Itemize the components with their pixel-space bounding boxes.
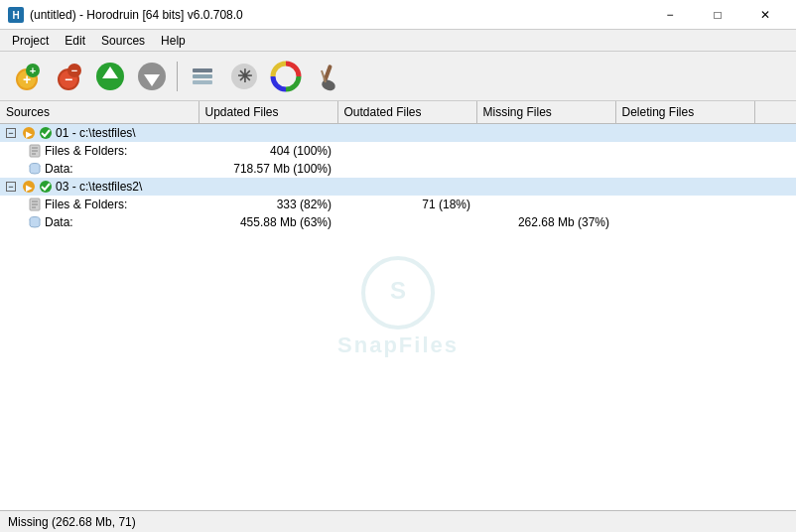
cell-deleting bbox=[615, 196, 754, 213]
cell-missing bbox=[476, 196, 615, 213]
group-name: 03 - c:\testfiles2\ bbox=[56, 180, 142, 194]
row-source-label: Files & Folders: bbox=[45, 144, 127, 158]
menu-sources[interactable]: Sources bbox=[93, 32, 153, 50]
close-button[interactable]: ✕ bbox=[742, 0, 788, 30]
group-icon: ▶ bbox=[22, 180, 36, 194]
app-icon: H bbox=[8, 7, 24, 23]
cell-updated: 718.57 Mb (100%) bbox=[199, 160, 337, 178]
menu-help[interactable]: Help bbox=[153, 32, 194, 50]
svg-point-29 bbox=[40, 127, 52, 139]
svg-text:▶: ▶ bbox=[26, 130, 33, 139]
cell-extra bbox=[754, 142, 796, 160]
table-group-row[interactable]: − ▶ 01 - c:\testfiles\ bbox=[0, 124, 796, 143]
cell-deleting bbox=[615, 213, 754, 231]
svg-rect-18 bbox=[193, 80, 212, 84]
status-icon bbox=[39, 126, 53, 140]
layers-button[interactable] bbox=[184, 58, 221, 95]
cell-missing: 262.68 Mb (37%) bbox=[476, 213, 615, 231]
title-bar: H (untitled) - Horodruin [64 bits] v6.0.… bbox=[0, 0, 796, 30]
col-updated: Updated Files bbox=[199, 101, 337, 124]
table-row: Files & Folders: 333 (82%) 71 (18%) bbox=[0, 196, 796, 213]
status-bar: Missing (262.68 Mb, 71) bbox=[0, 510, 796, 532]
cell-outdated bbox=[337, 213, 476, 231]
data-icon bbox=[28, 162, 42, 176]
svg-text:H: H bbox=[12, 10, 19, 21]
expand-icon[interactable]: − bbox=[6, 128, 16, 138]
cell-updated: 404 (100%) bbox=[199, 142, 337, 160]
table-row: Data: 718.57 Mb (100%) bbox=[0, 160, 796, 178]
group-name: 01 - c:\testfiles\ bbox=[56, 126, 136, 140]
col-deleting: Deleting Files bbox=[615, 101, 754, 124]
cell-outdated bbox=[337, 160, 476, 178]
cell-deleting bbox=[615, 142, 754, 160]
svg-text:✳: ✳ bbox=[237, 66, 252, 86]
svg-text:−: − bbox=[71, 65, 77, 76]
clean-button[interactable] bbox=[309, 58, 346, 95]
status-icon bbox=[39, 180, 53, 194]
table-group-row[interactable]: − ▶ 03 - c:\testfiles2\ bbox=[0, 178, 796, 196]
cell-extra bbox=[754, 213, 796, 231]
cell-extra bbox=[754, 160, 796, 178]
row-source-label: Data: bbox=[45, 162, 73, 176]
refresh-button[interactable] bbox=[267, 58, 305, 95]
toolbar: + + − − bbox=[0, 52, 796, 101]
cell-source: Data: bbox=[0, 160, 199, 178]
title-left: H (untitled) - Horodruin [64 bits] v6.0.… bbox=[8, 7, 243, 23]
svg-point-37 bbox=[40, 181, 52, 193]
title-text: (untitled) - Horodruin [64 bits] v6.0.70… bbox=[30, 8, 243, 22]
sync-down-button[interactable] bbox=[133, 58, 171, 95]
svg-point-25 bbox=[363, 258, 433, 328]
files-table: Sources Updated Files Outdated Files Mis… bbox=[0, 101, 796, 231]
data-icon bbox=[28, 215, 42, 229]
col-outdated: Outdated Files bbox=[337, 101, 476, 124]
svg-rect-17 bbox=[193, 74, 212, 78]
col-sources: Sources bbox=[0, 101, 199, 124]
cell-source: Files & Folders: bbox=[0, 196, 199, 213]
row-source-label: Files & Folders: bbox=[45, 198, 127, 211]
cell-updated: 455.88 Mb (63%) bbox=[199, 213, 337, 231]
cell-outdated: 71 (18%) bbox=[337, 196, 476, 213]
files-icon bbox=[28, 198, 42, 211]
table-row: Data: 455.88 Mb (63%) 262.68 Mb (37%) bbox=[0, 213, 796, 231]
remove-source-button[interactable]: − − bbox=[50, 58, 87, 95]
menu-project[interactable]: Project bbox=[4, 32, 57, 50]
svg-text:+: + bbox=[30, 65, 36, 76]
asterisk-button[interactable]: ✳ bbox=[225, 58, 263, 95]
cell-missing bbox=[476, 142, 615, 160]
menu-edit[interactable]: Edit bbox=[57, 32, 93, 50]
col-extra bbox=[754, 101, 796, 124]
table-row: Files & Folders: 404 (100%) bbox=[0, 142, 796, 160]
svg-point-23 bbox=[321, 77, 337, 91]
svg-rect-16 bbox=[193, 68, 212, 72]
minimize-button[interactable]: − bbox=[647, 0, 693, 30]
table-header-row: Sources Updated Files Outdated Files Mis… bbox=[0, 101, 796, 124]
cell-extra bbox=[754, 196, 796, 213]
cell-updated: 333 (82%) bbox=[199, 196, 337, 213]
main-content: S SnapFiles Sources Updated Files Outdat… bbox=[0, 101, 796, 510]
sync-up-button[interactable] bbox=[91, 58, 129, 95]
cell-source: Data: bbox=[0, 213, 199, 231]
expand-icon[interactable]: − bbox=[6, 182, 16, 192]
cell-outdated bbox=[337, 142, 476, 160]
col-missing: Missing Files bbox=[476, 101, 615, 124]
status-text: Missing (262.68 Mb, 71) bbox=[8, 515, 136, 529]
group-label: − ▶ 03 - c:\testfiles2\ bbox=[0, 178, 796, 196]
menu-bar: Project Edit Sources Help bbox=[0, 30, 796, 52]
svg-text:S: S bbox=[390, 277, 406, 304]
title-controls: − □ ✕ bbox=[647, 0, 788, 30]
add-source-button[interactable]: + + bbox=[8, 58, 46, 95]
group-label: − ▶ 01 - c:\testfiles\ bbox=[0, 124, 796, 143]
cell-deleting bbox=[615, 160, 754, 178]
files-icon bbox=[28, 144, 42, 158]
toolbar-separator-1 bbox=[177, 62, 178, 91]
watermark: S SnapFiles bbox=[337, 253, 459, 358]
group-icon: ▶ bbox=[22, 126, 36, 140]
watermark-text: SnapFiles bbox=[337, 332, 459, 358]
cell-missing bbox=[476, 160, 615, 178]
svg-text:▶: ▶ bbox=[26, 184, 33, 193]
row-source-label: Data: bbox=[45, 215, 73, 229]
maximize-button[interactable]: □ bbox=[695, 0, 740, 30]
cell-source: Files & Folders: bbox=[0, 142, 199, 160]
